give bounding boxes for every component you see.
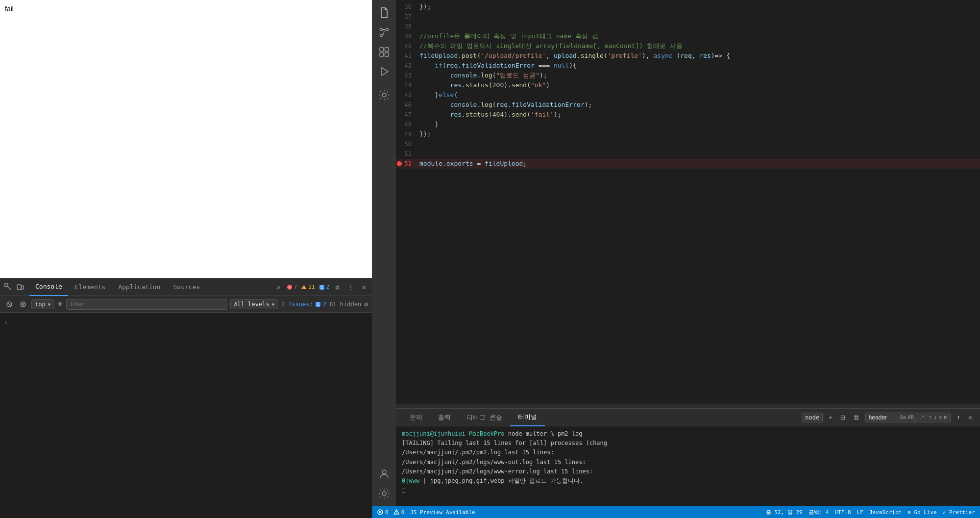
terminal-tabs-right: node + ⊟ 🗑 Aa AB̲ .* ↑ ↓ ✕ ⊡ (802, 412, 974, 423)
devtools-tab-icons (4, 283, 24, 292)
eol-status[interactable]: LF (857, 509, 863, 516)
use-regex-icon[interactable]: .* (919, 415, 925, 420)
svg-text:✕: ✕ (288, 285, 291, 290)
close-search-icon[interactable]: ✕ (939, 414, 942, 420)
search-next-icon[interactable]: ↓ (933, 414, 937, 420)
code-line-43: 43 console.log("업로드 성공"); (396, 71, 980, 80)
context-selector[interactable]: top ▾ (31, 299, 54, 309)
info-badge[interactable]: i 2 (319, 284, 330, 290)
terminal-instance-label: node (802, 413, 823, 422)
kill-terminal-icon[interactable]: 🗑 (851, 413, 861, 422)
terminal-body[interactable]: macjjuni@ijunhuiui-MacBookPro node-multe… (396, 426, 980, 498)
editor-scrollbar[interactable] (396, 404, 980, 408)
svg-text:!: ! (303, 285, 305, 290)
tab-terminal[interactable]: 터미널 (510, 409, 545, 426)
svg-rect-21 (380, 53, 384, 57)
more-tabs-button[interactable]: » (274, 282, 282, 292)
code-line-38: 38 (396, 22, 980, 31)
error-badge[interactable]: ✕ 7 (287, 284, 297, 290)
code-line-46: 46 console.log(req.fileValidationError); (396, 100, 980, 110)
code-line-44: 44 res.status(200).send("ok") (396, 80, 980, 90)
match-case-icon[interactable]: Aa (900, 415, 906, 420)
activity-bar (372, 0, 396, 506)
code-line-37: 37 (396, 12, 980, 22)
devtools-panel: Console Elements Application Sources » ✕… (0, 278, 372, 518)
terminal-line-3: /Users/macjjuni/.pm2/pm2.log last 15 lin… (402, 448, 974, 457)
terminal-search-input[interactable] (869, 414, 898, 421)
prettier-status[interactable]: ✓ Prettier (943, 509, 975, 516)
tab-debug-console[interactable]: 디버그 콘솔 (459, 409, 510, 426)
tab-elements[interactable]: Elements (69, 278, 112, 296)
encoding-status[interactable]: UTF-8 (835, 509, 851, 516)
svg-point-18 (380, 34, 383, 37)
inspect-element-icon[interactable] (4, 283, 13, 292)
status-bar-left: 0 ! 0 JS Preview Available (377, 509, 475, 516)
vscode-panel: 36 }); 37 38 39 //profile은 폼데이터 속성 및 inp… (372, 0, 980, 518)
tab-application[interactable]: Application (112, 278, 166, 296)
devtools-settings-icon[interactable]: ⚙ (333, 282, 341, 292)
files-icon[interactable] (375, 4, 393, 22)
code-line-36: 36 }); (396, 2, 980, 12)
settings-gear-icon[interactable] (375, 485, 393, 502)
code-line-42: 42 if(req.fileValidationError === null){ (396, 61, 980, 71)
svg-text:i: i (317, 302, 319, 307)
console-body[interactable]: › (0, 313, 372, 518)
account-icon[interactable] (375, 465, 393, 483)
clear-console-button[interactable] (4, 299, 15, 310)
code-line-40: 40 //복수의 파일 업로드시 single대신 array(fieldnam… (396, 41, 980, 51)
hidden-count: 81 hidden (329, 301, 361, 308)
stop-on-exception-button[interactable] (18, 299, 28, 310)
device-toolbar-icon[interactable] (16, 283, 24, 292)
log-levels-selector[interactable]: All levels ▾ (230, 299, 278, 309)
code-line-50: 50 (396, 139, 980, 149)
error-count-status[interactable]: 0 ! 0 (377, 509, 404, 516)
maximize-terminal-icon[interactable]: ⬆ (955, 413, 962, 422)
fail-text: fail (5, 5, 14, 13)
spaces-status[interactable]: 공백: 4 (808, 509, 829, 516)
svg-marker-23 (382, 68, 388, 75)
code-editor[interactable]: 36 }); 37 38 39 //profile은 폼데이터 속성 및 inp… (396, 0, 980, 404)
svg-point-24 (382, 470, 386, 474)
match-whole-word-icon[interactable]: AB̲ (908, 415, 917, 420)
show-live-expressions-button[interactable]: 👁 (57, 301, 63, 308)
issues-badge[interactable]: 2 Issues: i 2 (281, 301, 326, 308)
tab-console[interactable]: Console (29, 278, 68, 296)
svg-rect-20 (385, 48, 389, 51)
svg-rect-0 (5, 284, 8, 287)
code-line-45: 45 }else{ (396, 90, 980, 100)
terminal-search-box[interactable]: Aa AB̲ .* ↑ ↓ ✕ ⊡ (865, 413, 951, 422)
cursor-position-status[interactable]: 줄 52, 열 29 (766, 509, 803, 516)
code-line-39: 39 //profile은 폼데이터 속성 및 input태그 name 속성 … (396, 31, 980, 41)
console-arrow: › (4, 319, 8, 326)
terminal-node-label: node (805, 414, 819, 421)
code-line-48: 48 } (396, 120, 980, 129)
extensions-icon[interactable] (375, 43, 393, 61)
tab-output[interactable]: 출력 (430, 409, 459, 426)
code-line-47: 47 res.status(404).send('fail'); (396, 110, 980, 120)
search-prev-icon[interactable]: ↑ (929, 414, 932, 420)
split-terminal-icon[interactable]: ⊟ (838, 412, 847, 423)
language-status[interactable]: JavaScript (869, 509, 902, 516)
console-settings-icon[interactable]: ⚙ (364, 300, 368, 308)
tab-problems[interactable]: 문제 (402, 409, 430, 426)
status-bar: 0 ! 0 JS Preview Available 줄 52, 열 29 공백… (372, 506, 980, 518)
go-live-status[interactable]: ⊗ Go Live (907, 509, 937, 516)
close-terminal-icon[interactable]: ✕ (966, 413, 974, 422)
code-line-52: 52 module.exports = fileUpload; (396, 159, 980, 169)
source-control-icon[interactable] (375, 24, 393, 41)
expand-search-icon[interactable]: ⊡ (944, 414, 948, 420)
activity-bar-bottom (375, 465, 393, 502)
filter-input[interactable] (66, 299, 227, 310)
console-toolbar: top ▾ 👁 All levels ▾ 2 Issues: i 2 81 hi… (0, 296, 372, 313)
js-preview-status[interactable]: JS Preview Available (410, 509, 475, 516)
tab-sources[interactable]: Sources (168, 278, 206, 296)
run-debug-icon[interactable] (375, 63, 393, 80)
warn-badge[interactable]: ! 11 (301, 284, 315, 290)
devtools-close-icon[interactable]: ✕ (360, 282, 368, 292)
devtools-more-icon[interactable]: ⋮ (345, 282, 356, 292)
devtools-tabs-right: » ✕ 7 ! 11 i 2 ⚙ ⋮ ✕ (274, 282, 368, 292)
new-terminal-icon[interactable]: + (827, 413, 834, 422)
terminal-panel: 문제 출력 디버그 콘솔 터미널 node + ⊟ 🗑 Aa A (396, 408, 980, 506)
svg-point-17 (386, 28, 389, 31)
terminal-tabs-bar: 문제 출력 디버그 콘솔 터미널 node + ⊟ 🗑 Aa A (396, 409, 980, 426)
